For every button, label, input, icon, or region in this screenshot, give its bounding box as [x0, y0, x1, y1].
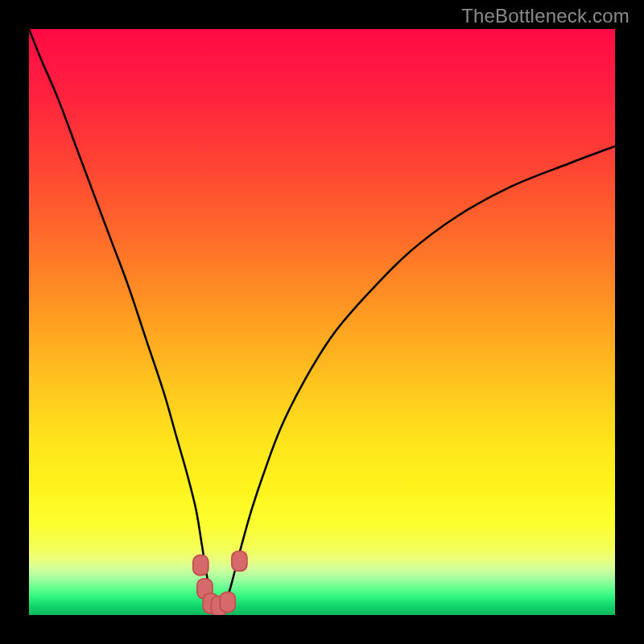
chart-frame: TheBottleneck.com [0, 0, 644, 644]
bottleneck-curve [29, 29, 615, 608]
marker-bottom-3 [220, 592, 235, 613]
watermark-text: TheBottleneck.com [461, 5, 630, 27]
marker-right-top [232, 551, 247, 572]
marker-left-top [193, 555, 208, 576]
curve-layer [29, 29, 615, 615]
marker-group [193, 551, 247, 615]
plot-area [29, 29, 615, 615]
